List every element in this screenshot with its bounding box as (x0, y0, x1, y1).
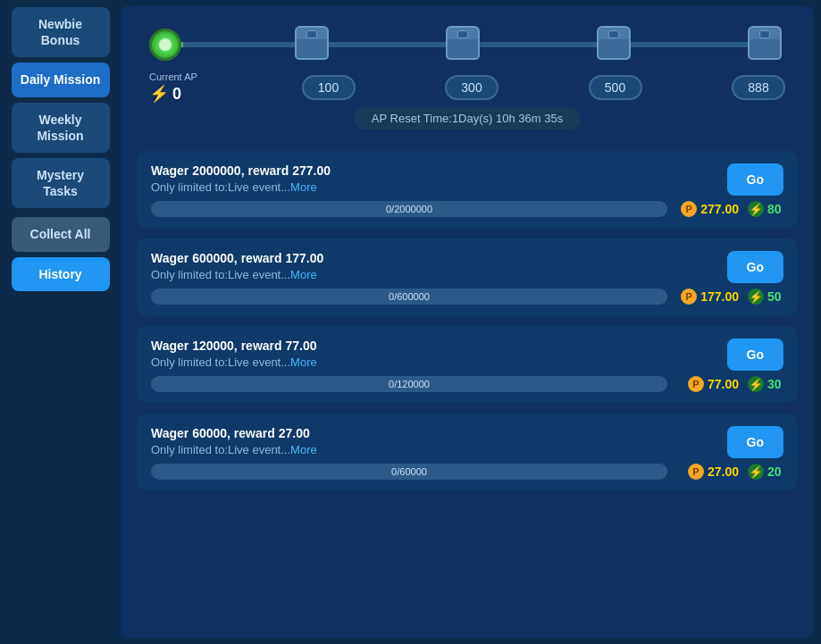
go-button-1[interactable]: Go (727, 163, 783, 196)
progress-text-2: 0/600000 (389, 291, 430, 302)
ap-reset-row: AP Reset Time:1Day(s) 10h 36m 35s (140, 107, 794, 130)
coin-icon-4: P (688, 464, 704, 480)
mission-bottom-3: 0/120000 P 77.00 ⚡ 30 (151, 376, 783, 392)
mission-top-2: Wager 600000, reward 177.00 Only limited… (151, 251, 783, 283)
mission-card-1: Wager 2000000, reward 277.00 Only limite… (137, 151, 798, 228)
ap-milestone-300: 300 (445, 75, 498, 100)
mission-top-4: Wager 60000, reward 27.00 Only limited t… (151, 426, 783, 458)
ap-chest-4 (744, 27, 785, 63)
reward-ap-1: ⚡ 80 (748, 201, 783, 217)
mission-sub-1: Only limited to:Live event...More (151, 180, 713, 194)
ap-reward-icon-2: ⚡ (748, 289, 764, 305)
sidebar-item-mystery-tasks[interactable]: Mystery Tasks (12, 158, 110, 208)
progress-bar-container-3: 0/120000 (151, 376, 667, 392)
mission-more-2[interactable]: More (290, 268, 317, 281)
sidebar-item-daily-mission[interactable]: Daily Mission (12, 63, 110, 96)
mission-sub-2: Only limited to:Live event...More (151, 268, 713, 281)
ap-labels: Current AP ⚡ 0 100 300 500 888 (140, 71, 794, 104)
reward-coins-4: P 27.00 (676, 464, 739, 480)
ap-reward-icon-1: ⚡ (748, 201, 764, 217)
ap-milestone-888: 888 (732, 75, 785, 100)
mission-top-3: Wager 120000, reward 77.00 Only limited … (151, 339, 783, 371)
mission-title-2: Wager 600000, reward 177.00 (151, 251, 713, 265)
progress-text-1: 0/2000000 (386, 204, 432, 214)
progress-bar-container-1: 0/2000000 (151, 201, 667, 217)
mission-info-1: Wager 2000000, reward 277.00 Only limite… (151, 163, 713, 194)
coin-icon-3: P (688, 376, 704, 392)
reward-ap-4: ⚡ 20 (748, 464, 783, 480)
reward-ap-2: ⚡ 50 (748, 289, 783, 305)
mission-more-3[interactable]: More (290, 355, 317, 369)
main-content: Current AP ⚡ 0 100 300 500 888 AP Reset … (121, 5, 814, 639)
ap-start-circle (149, 29, 181, 61)
reward-ap-3: ⚡ 30 (748, 376, 783, 392)
mission-info-4: Wager 60000, reward 27.00 Only limited t… (151, 426, 713, 456)
mission-card-4: Wager 60000, reward 27.00 Only limited t… (137, 414, 798, 490)
ap-chest-1 (291, 27, 332, 63)
mission-bottom-4: 0/60000 P 27.00 ⚡ 20 (151, 464, 783, 480)
ap-chest-2 (442, 27, 483, 63)
mission-sub-3: Only limited to:Live event...More (151, 355, 713, 369)
reward-coins-2: P 177.00 (676, 289, 739, 305)
mission-sub-4: Only limited to:Live event...More (151, 443, 713, 456)
mission-top-1: Wager 2000000, reward 277.00 Only limite… (151, 163, 783, 196)
mission-card-3: Wager 120000, reward 77.00 Only limited … (137, 326, 798, 403)
mission-info-3: Wager 120000, reward 77.00 Only limited … (151, 339, 713, 369)
sidebar-item-collect-all[interactable]: Collect All (12, 217, 110, 251)
ap-track (140, 27, 794, 63)
progress-text-3: 0/120000 (389, 379, 430, 389)
mission-title-4: Wager 60000, reward 27.00 (151, 426, 713, 440)
ap-current-block: Current AP ⚡ 0 (149, 71, 212, 104)
ap-milestone-100: 100 (302, 75, 356, 100)
mission-card-2: Wager 600000, reward 177.00 Only limited… (137, 238, 798, 315)
mission-info-2: Wager 600000, reward 177.00 Only limited… (151, 251, 713, 281)
sidebar-item-newbie-bonus[interactable]: Newbie Bonus (12, 7, 110, 57)
ap-reward-icon-3: ⚡ (748, 376, 764, 392)
progress-bar-container-4: 0/60000 (151, 464, 667, 480)
ap-reset-text: AP Reset Time:1Day(s) 10h 36m 35s (354, 107, 581, 130)
chest-icon-2 (446, 29, 480, 60)
ap-reward-icon-4: ⚡ (748, 464, 764, 480)
ap-milestone-500: 500 (589, 75, 642, 100)
chest-icon-4 (748, 29, 782, 60)
mission-bottom-2: 0/600000 P 177.00 ⚡ 50 (151, 289, 783, 305)
go-button-3[interactable]: Go (727, 339, 783, 371)
ap-start-inner (159, 38, 172, 51)
mission-bottom-1: 0/2000000 P 277.00 ⚡ 80 (151, 201, 783, 217)
ap-current-label: Current AP (149, 71, 197, 82)
ap-current-val: ⚡ 0 (149, 84, 181, 104)
mission-title-1: Wager 2000000, reward 277.00 (151, 163, 713, 178)
chest-icon-3 (597, 29, 631, 60)
mission-title-3: Wager 120000, reward 77.00 (151, 339, 713, 353)
progress-bar-container-2: 0/600000 (151, 289, 667, 305)
ap-value: 0 (172, 85, 181, 104)
sidebar-item-history[interactable]: History (12, 257, 110, 291)
mission-more-1[interactable]: More (290, 180, 317, 194)
progress-text-4: 0/60000 (391, 466, 427, 477)
ap-chest-3 (593, 27, 634, 63)
sidebar: Newbie Bonus Daily Mission Weekly Missio… (0, 0, 121, 644)
coin-icon-1: P (681, 201, 697, 217)
coin-icon-2: P (681, 289, 697, 305)
reward-coins-1: P 277.00 (676, 201, 739, 217)
go-button-4[interactable]: Go (727, 426, 783, 458)
ap-section: Current AP ⚡ 0 100 300 500 888 AP Reset … (137, 20, 798, 140)
ap-lightning-icon: ⚡ (149, 84, 169, 104)
sidebar-item-weekly-mission[interactable]: Weekly Mission (12, 103, 110, 153)
go-button-2[interactable]: Go (727, 251, 783, 283)
ap-start-node (149, 29, 181, 61)
mission-more-4[interactable]: More (290, 443, 317, 456)
reward-coins-3: P 77.00 (676, 376, 739, 392)
chest-icon-1 (295, 29, 329, 60)
